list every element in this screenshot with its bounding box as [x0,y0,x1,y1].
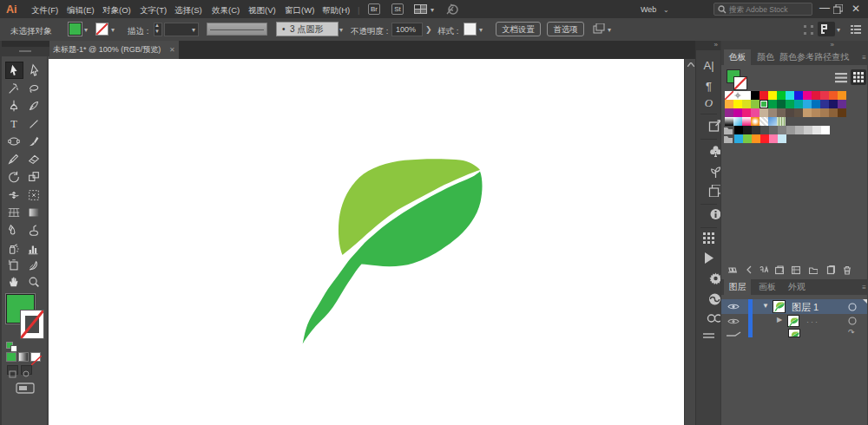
svg-text:T: T [10,118,17,130]
